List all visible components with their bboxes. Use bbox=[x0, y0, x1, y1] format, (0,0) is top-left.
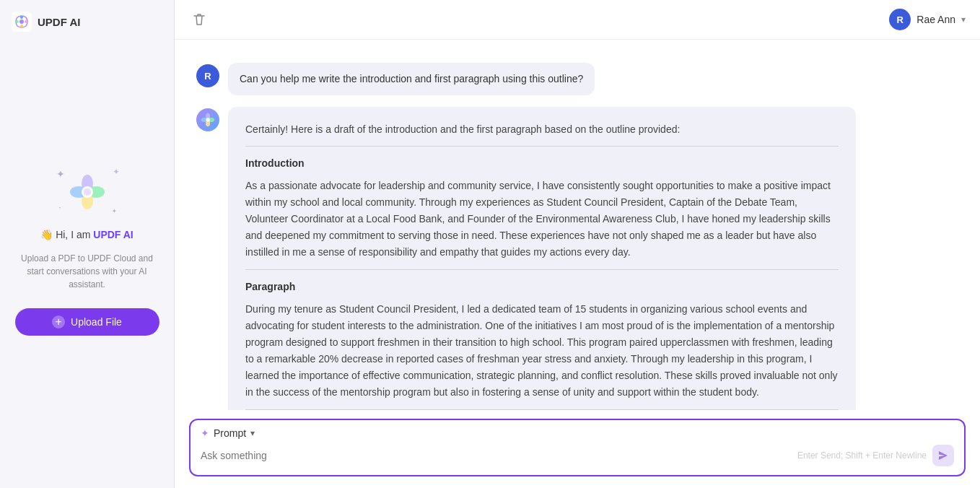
main-area: R Rae Ann ▾ R Can you help me write the … bbox=[175, 0, 980, 488]
sparkle-bl-icon: · bbox=[59, 204, 61, 212]
plus-circle-icon: + bbox=[52, 315, 65, 328]
chevron-down-icon: ▾ bbox=[961, 14, 966, 25]
user-profile[interactable]: R Rae Ann ▾ bbox=[889, 9, 966, 30]
input-top-row: ✦ Prompt ▾ bbox=[201, 427, 954, 439]
ai-divider-1 bbox=[245, 146, 839, 147]
user-message-bubble: Can you help me write the introduction a… bbox=[228, 63, 595, 95]
input-area: ✦ Prompt ▾ Enter Send; Shift + Enter New… bbox=[175, 410, 980, 488]
sidebar: UPDF AI ✦ ✦ · ✦ 👋 Hi, I am UPDF AI Uploa… bbox=[0, 0, 175, 488]
updf-logo-icon bbox=[12, 12, 32, 32]
introduction-text: As a passionate advocate for leadership … bbox=[245, 178, 839, 261]
send-icon bbox=[937, 450, 949, 461]
upload-file-button[interactable]: + Upload File bbox=[15, 308, 159, 336]
mascot-flower-icon bbox=[69, 173, 106, 211]
svg-point-11 bbox=[84, 188, 91, 196]
svg-point-1 bbox=[19, 19, 24, 24]
ai-divider-2 bbox=[245, 269, 839, 270]
user-name-label: Rae Ann bbox=[916, 14, 955, 25]
input-bottom-row: Enter Send; Shift + Enter Newline bbox=[201, 445, 954, 466]
clear-chat-button[interactable] bbox=[189, 9, 209, 30]
sidebar-logo: UPDF AI bbox=[0, 12, 174, 32]
ask-input[interactable] bbox=[201, 450, 797, 461]
brand-name: UPDF AI bbox=[93, 229, 133, 240]
trash-icon bbox=[192, 12, 206, 27]
prompt-dropdown-button[interactable]: ▾ bbox=[250, 428, 255, 438]
svg-point-5 bbox=[20, 25, 23, 27]
introduction-title: Introduction bbox=[245, 155, 839, 171]
wave-emoji: 👋 bbox=[40, 229, 53, 240]
ai-message-bubble: Certainly! Here is a draft of the introd… bbox=[228, 107, 856, 410]
sidebar-description: Upload a PDF to UPDF Cloud and start con… bbox=[14, 252, 159, 291]
svg-point-2 bbox=[20, 16, 23, 19]
sidebar-center: ✦ ✦ · ✦ 👋 Hi, I am UPDF AI Upload a PDF … bbox=[0, 32, 174, 471]
input-container: ✦ Prompt ▾ Enter Send; Shift + Enter New… bbox=[189, 419, 966, 476]
user-message-avatar: R bbox=[196, 64, 219, 87]
svg-point-16 bbox=[206, 118, 209, 121]
main-header: R Rae Ann ▾ bbox=[175, 0, 980, 40]
sidebar-greeting: 👋 Hi, I am UPDF AI bbox=[40, 229, 134, 240]
prompt-label: Prompt bbox=[214, 427, 246, 439]
send-button[interactable] bbox=[932, 445, 954, 466]
paragraph-text: During my tenure as Student Council Pres… bbox=[245, 301, 839, 401]
ai-message-row: Certainly! Here is a draft of the introd… bbox=[175, 101, 980, 410]
ai-message-avatar bbox=[196, 108, 219, 131]
sparkle-br-icon: ✦ bbox=[112, 208, 117, 214]
user-avatar: R bbox=[889, 9, 911, 30]
chat-area[interactable]: R Can you help me write the introduction… bbox=[175, 40, 980, 410]
svg-point-3 bbox=[25, 20, 27, 23]
paragraph-title: Paragraph bbox=[245, 279, 839, 295]
input-hint-text: Enter Send; Shift + Enter Newline bbox=[797, 450, 927, 461]
prompt-sparkle-icon: ✦ bbox=[201, 427, 209, 439]
sparkle-tl-icon: ✦ bbox=[56, 168, 65, 180]
user-message-row: R Can you help me write the introduction… bbox=[175, 57, 980, 101]
app-title: UPDF AI bbox=[38, 16, 80, 28]
sparkle-tr-icon: ✦ bbox=[113, 167, 120, 177]
sidebar-mascot: ✦ ✦ · ✦ bbox=[55, 167, 120, 217]
ai-avatar-icon bbox=[201, 113, 215, 127]
ai-intro-text: Certainly! Here is a draft of the introd… bbox=[245, 121, 839, 137]
svg-point-4 bbox=[16, 20, 19, 23]
